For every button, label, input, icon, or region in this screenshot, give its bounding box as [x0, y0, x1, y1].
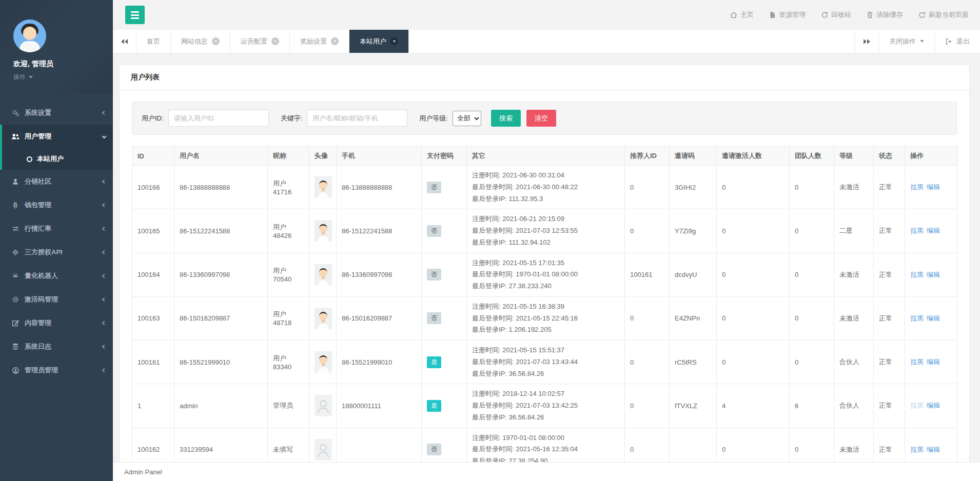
cell-pay-password: 是	[422, 384, 467, 428]
other-info-line: 最后登录时间: 2021-06-30 00:48:22	[472, 182, 619, 193]
user-level-label: 用户等级:	[419, 114, 448, 123]
blacklist-link[interactable]: 拉黑	[910, 358, 924, 366]
cell-pay-password: 否	[422, 209, 467, 253]
sidebar-item[interactable]: 行情汇率	[0, 217, 113, 240]
pay-password-badge: 否	[427, 269, 441, 280]
sidebar-item[interactable]: 三方授权API	[0, 240, 113, 264]
edit-link[interactable]: 编辑	[927, 446, 940, 453]
topbar-link[interactable]: 回收站	[821, 10, 851, 19]
edit-link[interactable]: 编辑	[927, 227, 940, 234]
chevron-left-icon	[102, 227, 106, 231]
column-header: 状态	[874, 147, 905, 166]
sidebar-item[interactable]: 激活码管理	[0, 288, 113, 311]
cell-username: 86-15016209887	[174, 296, 268, 340]
profile-action-dropdown[interactable]: 操作	[13, 73, 113, 82]
tab-item[interactable]: 奖励设置×	[290, 30, 349, 53]
cell-actions: 拉黑编辑	[905, 296, 957, 340]
search-button[interactable]: 搜索	[491, 110, 521, 127]
close-operations-dropdown[interactable]: 关闭操作	[878, 30, 934, 53]
cell-actions: 拉黑编辑	[905, 428, 957, 462]
topbar-link-label: 清除缓存	[876, 10, 903, 19]
sidebar-item[interactable]: 系统日志	[0, 335, 113, 358]
topbar-link[interactable]: 主页	[730, 10, 754, 19]
tabs-scroll-left-button[interactable]	[113, 30, 136, 53]
edit-link[interactable]: 编辑	[927, 358, 940, 366]
avatar	[13, 19, 46, 52]
topbar-links: 主页资源管理回收站清除缓存刷新当前页面	[730, 10, 969, 19]
cell-nickname: 用户83340	[268, 340, 309, 384]
tab-close-icon[interactable]: ×	[331, 37, 339, 45]
topbar-link[interactable]: 刷新当前页面	[918, 10, 969, 19]
tab-close-icon[interactable]: ×	[390, 37, 398, 45]
cell-pay-password: 是	[422, 340, 467, 384]
cell-referrer-id: 0	[625, 428, 670, 462]
cell-referrer-id: 0	[625, 384, 670, 428]
other-info-line: 注册时间: 2021-06-30 00:31:04	[472, 170, 619, 182]
tab-item[interactable]: 首页	[136, 30, 171, 53]
sidebar-item-label: 分销社区	[25, 177, 103, 186]
edit-link[interactable]: 编辑	[927, 314, 940, 322]
blacklist-link[interactable]: 拉黑	[910, 271, 924, 278]
main-column: 主页资源管理回收站清除缓存刷新当前页面 首页网站信息×运营配置×奖励设置×本站用…	[113, 0, 980, 481]
cell-phone: 86-13888888888	[337, 166, 422, 209]
other-info-line: 最后登录IP: 1.206.192.205	[472, 324, 619, 336]
sidebar-item-label: 用户管理	[25, 132, 103, 141]
sidebar-item[interactable]: 管理员管理	[0, 358, 113, 382]
cell-referrer-id: 100161	[625, 253, 670, 296]
blacklist-link[interactable]: 拉黑	[910, 227, 924, 234]
sidebar-item[interactable]: 量化机器人	[0, 264, 113, 288]
sidebar-item[interactable]: 内容管理	[0, 311, 113, 335]
logout-button[interactable]: 退出	[934, 30, 980, 53]
cell-team-count: 6	[790, 384, 834, 428]
sidebar-group-exchange: 行情汇率	[0, 217, 113, 240]
footer: Admin Panel	[113, 462, 980, 481]
logout-label: 退出	[956, 37, 970, 46]
male-avatar	[315, 308, 332, 329]
blacklist-link[interactable]: 拉黑	[910, 183, 924, 191]
tab-close-icon[interactable]: ×	[212, 37, 220, 45]
cell-actions: 拉黑编辑	[905, 384, 957, 428]
clear-button[interactable]: 清空	[526, 110, 556, 127]
tab-close-icon[interactable]: ×	[271, 37, 279, 45]
sidebar-item[interactable]: B钱包管理	[0, 193, 113, 217]
cell-username: 86-15521999010	[174, 340, 268, 384]
blacklist-link[interactable]: 拉黑	[910, 446, 924, 453]
edit-link[interactable]: 编辑	[927, 271, 940, 278]
edit-link[interactable]: 编辑	[927, 183, 940, 191]
cell-phone: 86-15521999010	[337, 340, 422, 384]
topbar-link[interactable]: 清除缓存	[867, 10, 903, 19]
sidebar-item[interactable]: 分销社区	[0, 170, 113, 193]
user-level-select[interactable]: 全部	[453, 111, 481, 126]
sidebar-toggle-button[interactable]	[125, 6, 145, 24]
cell-status: 正常	[874, 384, 905, 428]
tab-active[interactable]: 本站用户×	[349, 30, 409, 53]
sidebar-group-cogs: 系统设置	[0, 101, 113, 125]
cell-status: 正常	[874, 340, 905, 384]
column-header: 操作	[905, 147, 957, 166]
user-id-input[interactable]	[168, 110, 269, 127]
tab-item[interactable]: 运营配置×	[230, 30, 290, 53]
keyword-input[interactable]	[307, 110, 407, 127]
tab-label: 网站信息	[181, 37, 208, 46]
cell-phone: 18800001111	[337, 384, 422, 428]
sidebar-item[interactable]: 用户管理	[2, 125, 113, 148]
topbar-link-label: 回收站	[831, 10, 851, 19]
cell-level: 合伙人	[834, 384, 874, 428]
other-info-line: 最后登录IP: 111.32.95.3	[472, 193, 619, 205]
profile-section: 欢迎, 管理员 操作	[0, 0, 113, 94]
sidebar-item-label: 系统设置	[25, 108, 103, 117]
sidebar-group-robot: 量化机器人	[0, 264, 113, 288]
other-info-line: 注册时间: 2018-12-14 10:02:57	[472, 388, 619, 400]
chevron-left-icon	[102, 345, 106, 349]
tab-item[interactable]: 网站信息×	[171, 30, 230, 53]
tabs-scroll-right-button[interactable]	[855, 30, 878, 53]
blacklist-link[interactable]: 拉黑	[910, 314, 924, 322]
male-avatar	[315, 351, 332, 373]
other-info-line: 注册时间: 2021-05-15 17:01:35	[472, 257, 619, 269]
edit-link[interactable]: 编辑	[927, 402, 940, 409]
sidebar-item[interactable]: 系统设置	[0, 101, 113, 125]
topbar-link[interactable]: 资源管理	[769, 10, 806, 19]
sidebar-subitem[interactable]: 本站用户	[2, 148, 113, 170]
logout-icon	[945, 38, 952, 45]
other-info-line: 最后登录时间: 2021-05-15 22:45:16	[472, 313, 619, 325]
